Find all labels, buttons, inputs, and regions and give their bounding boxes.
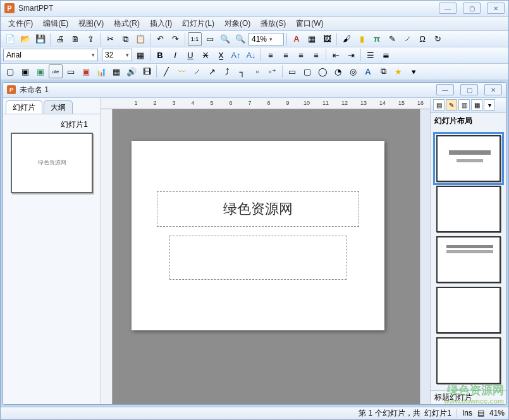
rounded-rect-icon[interactable]: ▢ [300,64,314,78]
rp-tab-1-icon[interactable]: ▤ [433,99,445,111]
align-left-icon[interactable]: ≡ [264,48,278,62]
layout-empty-frame[interactable] [436,287,501,333]
insert-table-icon[interactable]: ▦ [305,32,319,46]
layout-blank[interactable] [436,186,501,232]
title-placeholder[interactable]: 绿色资源网 [157,191,359,227]
rp-tab-5-icon[interactable]: ▾ [484,99,495,111]
subscript-icon[interactable]: A↓ [244,48,258,62]
more-icon[interactable]: ▾ [407,64,420,78]
rp-tab-2-icon[interactable]: ✎ [446,99,457,111]
ellipse-icon[interactable]: ◯ [316,64,329,78]
italic-icon[interactable]: I [168,48,182,62]
layout-5[interactable] [436,337,501,384]
list-ol-icon[interactable]: ≣ [379,48,393,62]
line-icon[interactable]: ╱ [159,64,173,78]
bold-icon[interactable]: B [153,48,167,62]
doc-close-button[interactable]: ✕ [484,84,502,95]
slide-thumbnail-1[interactable]: 绿色资源网 [11,133,93,193]
zoom-fit-icon[interactable]: ▭ [203,32,217,46]
zoom-out-icon[interactable]: 🔍 [233,32,247,46]
fontsize-combo[interactable]: 32▾ [102,49,132,61]
menu-play[interactable]: 播放(S) [257,17,290,30]
ring-icon[interactable]: ◎ [346,64,360,78]
star-icon[interactable]: ★ [391,64,405,78]
slide-canvas[interactable]: 绿色资源网 [113,109,420,404]
align-center-icon[interactable]: ≡ [279,48,293,62]
pi-icon[interactable]: π [370,32,384,46]
node-add-icon[interactable]: ▫⁺ [266,64,279,78]
curve-icon[interactable]: 〰 [175,64,188,78]
menu-insert[interactable]: 插入(I) [146,17,176,30]
layout-title-slide[interactable] [436,135,501,182]
tab-slides[interactable]: 幻灯片 [6,100,42,114]
font-combo[interactable]: Arial▾ [3,49,98,61]
print-icon[interactable]: 🖨 [53,32,67,46]
node-icon[interactable]: ▫ [250,64,264,78]
arrow-icon[interactable]: ↗ [205,64,219,78]
close-button[interactable]: ✕ [487,3,505,14]
send-back-icon[interactable]: ⧉ [376,64,390,78]
slide[interactable]: 绿色资源网 [132,141,384,330]
cut-icon[interactable]: ✂ [103,32,117,46]
highlight-icon[interactable]: ▮ [355,32,369,46]
video-icon[interactable]: 🎞 [140,64,154,78]
text-frame-icon[interactable]: ▣ [79,64,93,78]
format-painter-icon[interactable]: 🖌 [340,32,353,46]
menu-slide[interactable]: 幻灯片(L) [178,17,218,30]
zoom-in-icon[interactable]: 🔍 [218,32,232,46]
rect-icon[interactable]: ▭ [285,64,299,78]
frame1-icon[interactable]: ▢ [3,64,17,78]
open-icon[interactable]: 📂 [18,32,32,46]
vertical-scrollbar[interactable] [420,109,430,404]
maximize-button[interactable]: ▢ [463,3,481,14]
underline-icon[interactable]: U [183,48,197,62]
rp-tab-4-icon[interactable]: ▦ [471,99,482,111]
minimize-button[interactable]: — [439,3,457,14]
menu-window[interactable]: 窗口(W) [292,17,327,30]
doc-maximize-button[interactable]: ▢ [460,84,478,95]
menu-edit[interactable]: 编辑(E) [39,17,72,30]
pencil-icon[interactable]: ✎ [385,32,399,46]
export-icon[interactable]: ⇪ [83,32,97,46]
align-justify-icon[interactable]: ≡ [309,48,323,62]
menu-format[interactable]: 格式(R) [110,17,144,30]
undo-icon[interactable]: ↶ [153,32,167,46]
frame-dash-icon[interactable]: ▭ [64,64,78,78]
menu-object[interactable]: 对象(O) [221,17,254,30]
polyline-icon[interactable]: ⟋ [190,64,204,78]
copy-icon[interactable]: ⧉ [118,32,132,46]
textcolor-icon[interactable]: X̲ [214,48,228,62]
subtitle-placeholder[interactable] [169,236,346,280]
indent-inc-icon[interactable]: ⇥ [344,48,358,62]
connector-icon[interactable]: ⤴ [220,64,234,78]
sync-icon[interactable]: ↻ [431,32,445,46]
list-ul-icon[interactable]: ☰ [364,48,377,62]
textbox-icon[interactable]: A [290,32,304,46]
insert-image-icon[interactable]: 🖼 [320,32,334,46]
tab-outline[interactable]: 大纲 [44,100,73,114]
paste-icon[interactable]: 📋 [133,32,147,46]
menu-file[interactable]: 文件(F) [4,17,37,30]
frame3-icon[interactable]: ▣ [34,64,47,78]
ole-icon[interactable]: ole [49,64,63,78]
pie-icon[interactable]: ◔ [331,64,345,78]
text-a-icon[interactable]: A [361,64,375,78]
indent-dec-icon[interactable]: ⇤ [329,48,343,62]
superscript-icon[interactable]: A↑ [229,48,243,62]
status-view-icon[interactable]: ▤ [477,409,484,417]
frame2-icon[interactable]: ▣ [18,64,32,78]
layout-title-content[interactable] [436,236,501,283]
eyedropper-icon[interactable]: ⟋ [400,32,414,46]
doc-minimize-button[interactable]: — [436,84,454,95]
preview-icon[interactable]: 🗎 [68,32,82,46]
elbow-icon[interactable]: ┐ [235,64,249,78]
zoom-combo[interactable]: 41%▾ [248,33,284,45]
save-icon[interactable]: 💾 [34,32,47,46]
font-color-icon[interactable]: ▦ [133,48,147,62]
redo-icon[interactable]: ↷ [168,32,182,46]
new-icon[interactable]: 📄 [3,32,17,46]
align-right-icon[interactable]: ≡ [294,48,308,62]
menu-view[interactable]: 视图(V) [75,17,107,30]
audio-icon[interactable]: 🔊 [125,64,138,78]
chart-icon[interactable]: 📊 [94,64,108,78]
